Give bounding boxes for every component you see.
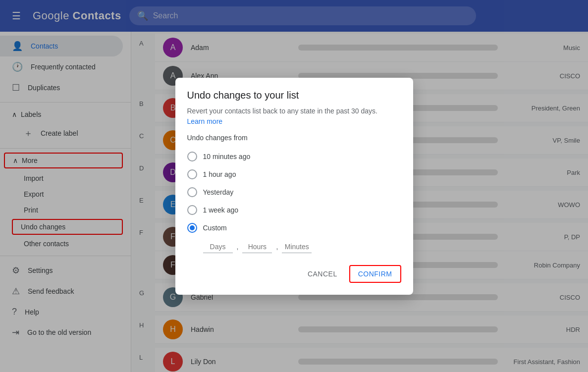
separator-1: , bbox=[237, 243, 239, 251]
dialog-actions: CANCEL CONFIRM bbox=[187, 265, 401, 283]
radio-1-hour[interactable]: 1 hour ago bbox=[187, 165, 401, 183]
radio-10-minutes[interactable]: 10 minutes ago bbox=[187, 148, 401, 165]
radio-label-10min: 10 minutes ago bbox=[203, 153, 251, 160]
radio-label-custom: Custom bbox=[203, 224, 227, 232]
custom-hours-input[interactable] bbox=[242, 241, 272, 253]
dialog-title: Undo changes to your list bbox=[187, 90, 401, 101]
radio-yesterday[interactable]: Yesterday bbox=[187, 183, 401, 201]
undo-changes-dialog: Undo changes to your list Revert your co… bbox=[175, 78, 413, 295]
radio-label-1hour: 1 hour ago bbox=[203, 170, 236, 178]
radio-circle-10min[interactable] bbox=[187, 152, 197, 161]
radio-circle-1hour[interactable] bbox=[187, 169, 197, 179]
radio-circle-yesterday[interactable] bbox=[187, 187, 197, 197]
dialog-overlay: Undo changes to your list Revert your co… bbox=[0, 0, 588, 372]
custom-minutes-input[interactable] bbox=[282, 241, 312, 253]
learn-more-link[interactable]: Learn more bbox=[187, 117, 223, 125]
radio-circle-custom[interactable] bbox=[187, 223, 197, 233]
radio-label-yesterday: Yesterday bbox=[203, 188, 234, 196]
confirm-button[interactable]: CONFIRM bbox=[349, 265, 401, 283]
dialog-description: Revert your contacts list back to any st… bbox=[187, 107, 401, 115]
cancel-button[interactable]: CANCEL bbox=[300, 265, 345, 283]
dialog-section-label: Undo changes from bbox=[187, 134, 401, 142]
separator-2: , bbox=[276, 243, 278, 251]
radio-circle-1week[interactable] bbox=[187, 205, 197, 215]
custom-time-inputs: , , bbox=[187, 241, 401, 253]
radio-custom[interactable]: Custom bbox=[187, 219, 401, 237]
custom-days-input[interactable] bbox=[203, 241, 233, 253]
radio-label-1week: 1 week ago bbox=[203, 206, 239, 214]
radio-1-week[interactable]: 1 week ago bbox=[187, 201, 401, 219]
